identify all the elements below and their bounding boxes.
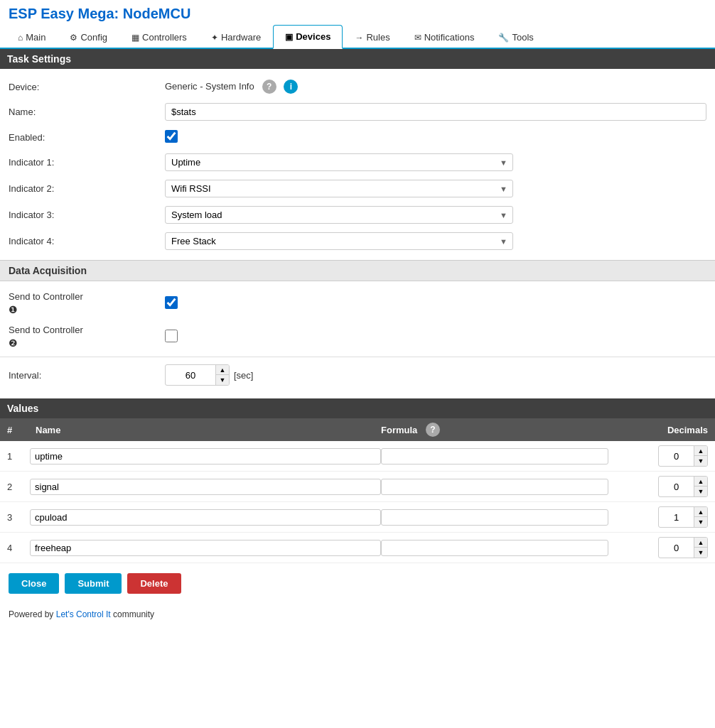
data-acquisition-form: Send to Controller ❶ Send to Controller … [0,281,715,396]
help-icon[interactable]: ? [262,80,276,94]
row1-name-cell [28,448,381,464]
page-header: ESP Easy Mega: NodeMCU [0,0,715,25]
row4-decimals-cell: ▲ ▼ [623,537,708,558]
nav-rules[interactable]: → Rules [343,25,402,49]
row4-dec-up[interactable]: ▲ [694,538,707,548]
rules-icon: → [355,33,363,43]
indicator1-label: Indicator 1: [9,157,165,168]
row1-formula-input[interactable] [381,448,608,464]
task-settings-header: Task Settings [0,49,715,69]
indicator3-value: Uptime Wifi RSSI System load Free Stack … [165,206,706,224]
row4-formula-input[interactable] [381,540,608,556]
row1-dec-up[interactable]: ▲ [694,446,707,456]
indicator1-select[interactable]: Uptime Wifi RSSI System load Free Stack … [165,153,513,171]
delete-button[interactable]: Delete [127,573,181,594]
row4-spinner-buttons: ▲ ▼ [694,538,707,558]
col-name-header: Name [28,425,381,435]
info-icon[interactable]: i [284,80,298,94]
controller1-value [165,296,706,311]
nav-tools[interactable]: 🔧 Tools [486,25,545,49]
row2-formula-input[interactable] [381,479,608,495]
row4-dec-down[interactable]: ▼ [694,548,707,558]
row4-name-input[interactable] [30,540,381,556]
indicator1-select-wrapper: Uptime Wifi RSSI System load Free Stack … [165,153,513,171]
nav-notifications[interactable]: ✉ Notifications [402,25,487,49]
indicator1-value: Uptime Wifi RSSI System load Free Stack … [165,153,706,171]
interval-down-button[interactable]: ▼ [216,375,229,385]
row2-decimals-cell: ▲ ▼ [623,476,708,497]
row2-decimals-input[interactable] [659,479,694,494]
indicator3-select-wrapper: Uptime Wifi RSSI System load Free Stack … [165,206,513,224]
indicator2-select[interactable]: Uptime Wifi RSSI System load Free Stack … [165,180,513,197]
button-row: Close Submit Delete [0,563,715,604]
indicator3-label: Indicator 3: [9,210,165,220]
row2-name-input[interactable] [30,479,381,495]
row2-dec-down[interactable]: ▼ [694,487,707,496]
table-row: 2 ▲ ▼ [0,472,715,502]
name-input[interactable] [165,103,706,121]
indicator2-label: Indicator 2: [9,183,165,194]
hardware-icon: ✦ [211,33,218,43]
row3-decimals-input[interactable] [659,510,694,525]
controllers-icon: ▦ [131,33,139,43]
row4-formula-cell [381,540,623,556]
row4-decimals-input[interactable] [659,540,694,555]
device-label: Device: [9,82,165,92]
submit-button[interactable]: Submit [65,573,122,594]
indicator3-select[interactable]: Uptime Wifi RSSI System load Free Stack … [165,206,513,224]
notifications-icon: ✉ [414,33,421,43]
row3-dec-up[interactable]: ▲ [694,507,707,517]
controller2-row: Send to Controller ❷ [0,320,715,354]
row3-formula-input[interactable] [381,509,608,526]
controller2-value [165,330,706,344]
indicator4-row: Indicator 4: Uptime Wifi RSSI System loa… [0,228,715,254]
row3-decimals-cell: ▲ ▼ [623,506,708,528]
formula-help-icon[interactable]: ? [426,423,440,437]
navigation: ⌂ Main ⚙ Config ▦ Controllers ✦ Hardware… [0,25,715,49]
controller1-checkbox[interactable] [165,296,178,309]
row1-dec-down[interactable]: ▼ [694,456,707,466]
row3-dec-down[interactable]: ▼ [694,517,707,527]
table-row: 3 ▲ ▼ [0,502,715,533]
interval-unit: [sec] [234,370,253,381]
row3-name-input[interactable] [30,509,381,526]
indicator2-value: Uptime Wifi RSSI System load Free Stack … [165,180,706,197]
task-settings-form: Device: Generic - System Info ? i Name: … [0,69,715,260]
enabled-label: Enabled: [9,132,165,143]
row1-name-input[interactable] [30,448,381,464]
indicator4-select[interactable]: Uptime Wifi RSSI System load Free Stack … [165,232,513,250]
tools-icon: 🔧 [498,33,509,43]
page-title: ESP Easy Mega: NodeMCU [9,6,190,21]
row1-decimals-input[interactable] [659,449,694,464]
device-value: Generic - System Info ? i [165,80,706,94]
name-row: Name: [0,99,715,125]
interval-value: ▲ ▼ [sec] [165,364,706,386]
controller1-label: Send to Controller ❶ [9,291,165,316]
enabled-checkbox[interactable] [165,130,178,143]
row3-name-cell [28,509,381,526]
row2-num: 2 [7,482,28,492]
indicator2-row: Indicator 2: Uptime Wifi RSSI System loa… [0,175,715,202]
table-row: 4 ▲ ▼ [0,533,715,563]
close-button[interactable]: Close [9,573,59,594]
nav-devices[interactable]: ▣ Devices [273,25,343,49]
row2-dec-up[interactable]: ▲ [694,477,707,487]
interval-up-button[interactable]: ▲ [216,365,229,375]
device-row: Device: Generic - System Info ? i [0,75,715,99]
row1-num: 1 [7,451,28,462]
col-decimals-header: Decimals [623,425,708,435]
row2-spinner-buttons: ▲ ▼ [694,477,707,496]
name-label: Name: [9,107,165,117]
nav-main[interactable]: ⌂ Main [6,25,58,49]
row3-formula-cell [381,509,623,526]
row2-name-cell [28,479,381,495]
indicator3-row: Indicator 3: Uptime Wifi RSSI System loa… [0,202,715,228]
controller2-checkbox[interactable] [165,330,178,342]
nav-controllers[interactable]: ▦ Controllers [119,25,199,49]
footer-link[interactable]: Let's Control It [56,609,111,619]
interval-input[interactable] [166,367,215,384]
nav-config[interactable]: ⚙ Config [58,25,119,49]
nav-hardware[interactable]: ✦ Hardware [199,25,273,49]
row3-decimals-spinner: ▲ ▼ [658,506,708,528]
row1-formula-cell [381,448,623,464]
